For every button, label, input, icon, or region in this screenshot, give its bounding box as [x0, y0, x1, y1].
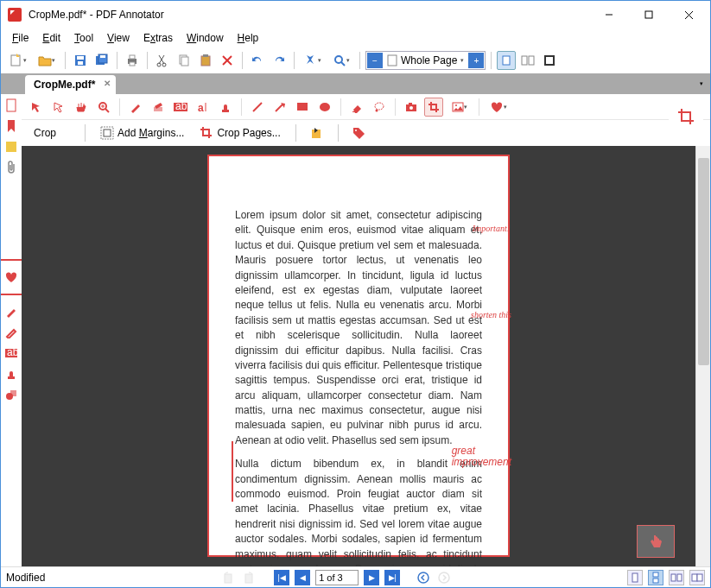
- svg-rect-52: [297, 103, 308, 111]
- arrow-tool-icon[interactable]: [270, 98, 289, 117]
- pen-icon[interactable]: [3, 304, 19, 319]
- zoom-tool-icon[interactable]: [94, 98, 113, 117]
- prev-page-button[interactable]: ◀: [295, 570, 310, 585]
- tag-icon[interactable]: [350, 123, 369, 142]
- favorite-icon[interactable]: [3, 269, 19, 285]
- find-button[interactable]: ▾: [300, 51, 326, 70]
- favorites-tool-icon[interactable]: ▾: [486, 98, 511, 117]
- delete-button[interactable]: [218, 51, 237, 70]
- menu-file[interactable]: File: [5, 30, 35, 46]
- save-all-button[interactable]: [92, 51, 111, 70]
- vertical-scrollbar[interactable]: [695, 146, 710, 566]
- rotate-crop-icon[interactable]: [308, 123, 327, 142]
- next-page-button[interactable]: ▶: [364, 570, 379, 585]
- search-button[interactable]: ▾: [328, 51, 354, 70]
- snapshot-tool-icon[interactable]: [402, 98, 421, 117]
- svg-rect-37: [8, 376, 15, 379]
- tab-close-icon[interactable]: ✕: [104, 79, 111, 88]
- two-page-button[interactable]: [518, 51, 537, 70]
- svg-rect-67: [245, 574, 252, 583]
- svg-line-41: [105, 109, 109, 112]
- svg-point-61: [455, 104, 457, 106]
- rotate-left-icon[interactable]: [220, 570, 236, 585]
- textbox-sidebar-icon[interactable]: ab: [3, 345, 19, 361]
- menu-view[interactable]: View: [100, 30, 136, 46]
- line-tool-icon[interactable]: [248, 98, 267, 117]
- text-tool-icon[interactable]: a: [194, 98, 213, 117]
- zoom-selector[interactable]: − Whole Page▾ +: [365, 51, 486, 70]
- menu-tool[interactable]: Tool: [67, 30, 100, 46]
- layout-two-page-icon[interactable]: [669, 570, 684, 585]
- add-margins-button[interactable]: Add Margins...: [97, 124, 187, 142]
- fullscreen-button[interactable]: [540, 51, 559, 70]
- crop-pages-button[interactable]: Crop Pages...: [196, 124, 283, 142]
- crop-tool-icon[interactable]: [424, 98, 443, 117]
- svg-rect-66: [225, 574, 232, 583]
- layout-book-icon[interactable]: [689, 570, 705, 585]
- cut-button[interactable]: [153, 51, 172, 70]
- status-modified: Modified: [6, 572, 45, 584]
- menu-extras[interactable]: Extras: [136, 30, 180, 46]
- pdf-page[interactable]: Lorem ipsum dolor sit amet, consectetur …: [207, 155, 510, 557]
- maximize-button[interactable]: [629, 2, 669, 28]
- annotation-shorten: shorten this: [471, 310, 511, 319]
- open-button[interactable]: ▾: [34, 51, 60, 70]
- page-tool-icon[interactable]: [3, 98, 19, 113]
- zoom-minus-icon[interactable]: −: [367, 53, 383, 68]
- main-toolbar: ▾ ▾ ▾ ▾ − Whole Page▾ +: [1, 47, 710, 73]
- nav-back-button[interactable]: [416, 570, 431, 585]
- new-button[interactable]: ▾: [5, 51, 31, 70]
- menu-help[interactable]: Help: [231, 30, 266, 46]
- eraser-tool-icon[interactable]: [347, 98, 366, 117]
- layout-single-icon[interactable]: [627, 570, 643, 585]
- note-tool-icon[interactable]: [3, 139, 19, 155]
- nav-fwd-button[interactable]: [436, 570, 452, 585]
- stamp-sidebar-icon[interactable]: [3, 366, 19, 382]
- copy-button[interactable]: [175, 51, 194, 70]
- bookmark-tool-icon[interactable]: [3, 118, 19, 134]
- single-page-button[interactable]: [497, 51, 516, 70]
- marker-sidebar-icon[interactable]: [3, 325, 19, 340]
- lasso-erase-icon[interactable]: [370, 98, 389, 117]
- textbox-tool-icon[interactable]: ab: [171, 98, 190, 117]
- pointer-tool-icon[interactable]: [27, 98, 46, 117]
- document-tab[interactable]: CropMe.pdf* ✕: [25, 75, 116, 94]
- svg-rect-72: [653, 579, 658, 583]
- marker-tool-icon[interactable]: [149, 98, 168, 117]
- stamp-tool-icon[interactable]: [216, 98, 235, 117]
- last-page-button[interactable]: ▶|: [384, 570, 400, 585]
- ellipse-tool-icon[interactable]: [315, 98, 334, 117]
- pen-tool-icon[interactable]: [126, 98, 145, 117]
- crop-large-icon[interactable]: [669, 97, 703, 136]
- tab-overflow-button[interactable]: ▾: [695, 77, 708, 91]
- svg-point-56: [376, 109, 378, 111]
- scrollbar-thumb[interactable]: [698, 158, 709, 365]
- close-button[interactable]: [669, 2, 708, 28]
- svg-rect-74: [677, 574, 682, 581]
- undo-button[interactable]: [248, 51, 267, 70]
- menu-edit[interactable]: Edit: [35, 30, 67, 46]
- svg-rect-73: [671, 574, 676, 581]
- pan-tool-icon[interactable]: [72, 98, 91, 117]
- shape-sidebar-icon[interactable]: [3, 387, 19, 402]
- status-bar: Modified |◀ ◀ ▶ ▶|: [1, 566, 710, 587]
- redo-button[interactable]: [270, 51, 289, 70]
- select-tool-icon[interactable]: [49, 98, 68, 117]
- print-button[interactable]: [123, 51, 142, 70]
- touch-mode-button[interactable]: [637, 525, 675, 558]
- annotation-toolbar: ab a ▾ ▾: [22, 94, 710, 120]
- minimize-button[interactable]: [589, 2, 629, 28]
- image-tool-icon[interactable]: ▾: [447, 98, 473, 117]
- paste-button[interactable]: [196, 51, 215, 70]
- rect-tool-icon[interactable]: [293, 98, 312, 117]
- rotate-right-icon[interactable]: [241, 570, 257, 585]
- page-number-input[interactable]: [315, 570, 359, 585]
- layout-continuous-icon[interactable]: [648, 570, 663, 585]
- svg-point-69: [439, 572, 449, 583]
- first-page-button[interactable]: |◀: [274, 570, 289, 585]
- attach-tool-icon[interactable]: [3, 160, 19, 175]
- document-canvas[interactable]: Lorem ipsum dolor sit amet, consectetur …: [22, 146, 695, 566]
- save-button[interactable]: [71, 51, 90, 70]
- zoom-plus-icon[interactable]: +: [468, 53, 484, 68]
- menu-window[interactable]: Window: [180, 30, 231, 46]
